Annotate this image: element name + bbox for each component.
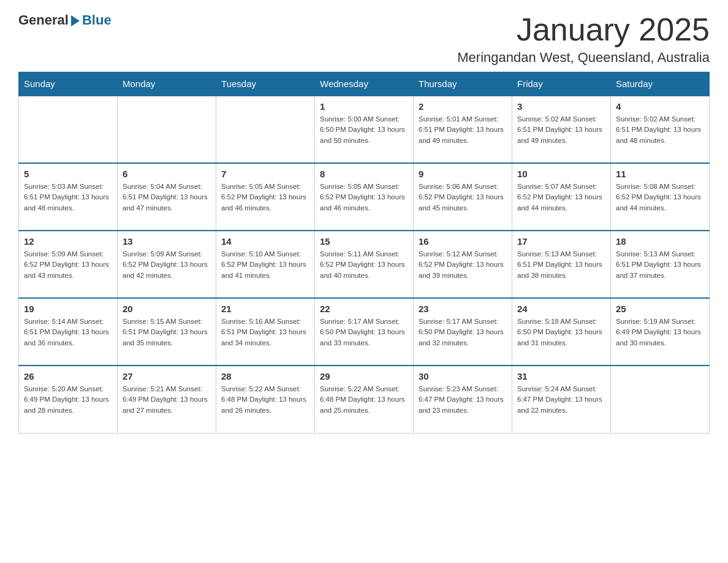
day-number: 4	[616, 101, 704, 112]
calendar-subtitle: Meringandan West, Queensland, Australia	[457, 50, 710, 66]
calendar-cell	[118, 96, 216, 163]
day-info: Sunrise: 5:00 AM Sunset: 6:50 PM Dayligh…	[320, 114, 408, 146]
calendar-cell: 29Sunrise: 5:22 AM Sunset: 6:48 PM Dayli…	[315, 366, 414, 433]
column-header-wednesday: Wednesday	[315, 72, 414, 96]
day-info: Sunrise: 5:19 AM Sunset: 6:49 PM Dayligh…	[616, 316, 704, 348]
day-info: Sunrise: 5:02 AM Sunset: 6:51 PM Dayligh…	[616, 114, 704, 146]
day-info: Sunrise: 5:13 AM Sunset: 6:51 PM Dayligh…	[517, 249, 605, 281]
day-number: 22	[320, 304, 408, 314]
calendar-cell: 23Sunrise: 5:17 AM Sunset: 6:50 PM Dayli…	[414, 298, 512, 366]
day-number: 3	[517, 101, 605, 112]
day-number: 23	[419, 304, 507, 314]
calendar-cell: 1Sunrise: 5:00 AM Sunset: 6:50 PM Daylig…	[315, 96, 414, 163]
day-info: Sunrise: 5:09 AM Sunset: 6:52 PM Dayligh…	[123, 249, 211, 281]
day-number: 1	[320, 101, 408, 112]
calendar-cell: 31Sunrise: 5:24 AM Sunset: 6:47 PM Dayli…	[512, 366, 611, 433]
day-number: 13	[123, 236, 211, 247]
day-info: Sunrise: 5:13 AM Sunset: 6:51 PM Dayligh…	[616, 249, 704, 281]
day-number: 7	[221, 169, 309, 179]
day-number: 24	[517, 304, 605, 314]
calendar-cell: 18Sunrise: 5:13 AM Sunset: 6:51 PM Dayli…	[611, 231, 710, 298]
week-row-2: 5Sunrise: 5:03 AM Sunset: 6:51 PM Daylig…	[19, 163, 710, 231]
day-number: 11	[616, 169, 704, 179]
day-number: 5	[24, 169, 112, 179]
calendar-cell: 2Sunrise: 5:01 AM Sunset: 6:51 PM Daylig…	[414, 96, 512, 163]
day-number: 30	[419, 371, 507, 381]
day-info: Sunrise: 5:01 AM Sunset: 6:51 PM Dayligh…	[419, 114, 507, 146]
header-row: SundayMondayTuesdayWednesdayThursdayFrid…	[19, 72, 710, 96]
day-number: 6	[123, 169, 211, 179]
calendar-cell: 20Sunrise: 5:15 AM Sunset: 6:51 PM Dayli…	[118, 298, 216, 366]
day-info: Sunrise: 5:22 AM Sunset: 6:48 PM Dayligh…	[221, 384, 309, 416]
day-number: 2	[419, 101, 507, 112]
column-header-saturday: Saturday	[611, 72, 710, 96]
column-header-monday: Monday	[118, 72, 216, 96]
calendar-cell: 22Sunrise: 5:17 AM Sunset: 6:50 PM Dayli…	[315, 298, 414, 366]
logo-general: General	[18, 12, 69, 28]
day-number: 18	[616, 236, 704, 247]
column-header-tuesday: Tuesday	[216, 72, 315, 96]
day-info: Sunrise: 5:02 AM Sunset: 6:51 PM Dayligh…	[517, 114, 605, 146]
week-row-1: 1Sunrise: 5:00 AM Sunset: 6:50 PM Daylig…	[19, 96, 710, 163]
day-number: 16	[419, 236, 507, 247]
day-number: 14	[221, 236, 309, 247]
title-block: January 2025 Meringandan West, Queenslan…	[457, 12, 710, 66]
calendar-cell: 30Sunrise: 5:23 AM Sunset: 6:47 PM Dayli…	[414, 366, 512, 433]
day-number: 25	[616, 304, 704, 314]
calendar-cell: 7Sunrise: 5:05 AM Sunset: 6:52 PM Daylig…	[216, 163, 315, 231]
day-number: 26	[24, 371, 112, 381]
day-info: Sunrise: 5:17 AM Sunset: 6:50 PM Dayligh…	[419, 316, 507, 348]
calendar-cell: 9Sunrise: 5:06 AM Sunset: 6:52 PM Daylig…	[414, 163, 512, 231]
calendar-cell: 27Sunrise: 5:21 AM Sunset: 6:49 PM Dayli…	[118, 366, 216, 433]
day-info: Sunrise: 5:11 AM Sunset: 6:52 PM Dayligh…	[320, 249, 408, 281]
day-info: Sunrise: 5:21 AM Sunset: 6:49 PM Dayligh…	[123, 384, 211, 416]
day-number: 21	[221, 304, 309, 314]
calendar-cell: 24Sunrise: 5:18 AM Sunset: 6:50 PM Dayli…	[512, 298, 611, 366]
day-info: Sunrise: 5:22 AM Sunset: 6:48 PM Dayligh…	[320, 384, 408, 416]
calendar-cell	[216, 96, 315, 163]
calendar-cell: 15Sunrise: 5:11 AM Sunset: 6:52 PM Dayli…	[315, 231, 414, 298]
column-header-thursday: Thursday	[414, 72, 512, 96]
calendar-cell: 19Sunrise: 5:14 AM Sunset: 6:51 PM Dayli…	[19, 298, 118, 366]
calendar-cell: 21Sunrise: 5:16 AM Sunset: 6:51 PM Dayli…	[216, 298, 315, 366]
calendar-cell: 3Sunrise: 5:02 AM Sunset: 6:51 PM Daylig…	[512, 96, 611, 163]
day-number: 29	[320, 371, 408, 381]
day-info: Sunrise: 5:03 AM Sunset: 6:51 PM Dayligh…	[24, 182, 112, 213]
calendar-cell: 12Sunrise: 5:09 AM Sunset: 6:52 PM Dayli…	[19, 231, 118, 298]
day-info: Sunrise: 5:24 AM Sunset: 6:47 PM Dayligh…	[517, 384, 605, 416]
day-number: 27	[123, 371, 211, 381]
calendar-title: January 2025	[457, 12, 710, 47]
day-number: 17	[517, 236, 605, 247]
day-info: Sunrise: 5:15 AM Sunset: 6:51 PM Dayligh…	[123, 316, 211, 348]
calendar-cell: 10Sunrise: 5:07 AM Sunset: 6:52 PM Dayli…	[512, 163, 611, 231]
day-info: Sunrise: 5:05 AM Sunset: 6:52 PM Dayligh…	[320, 182, 408, 213]
calendar-cell: 16Sunrise: 5:12 AM Sunset: 6:52 PM Dayli…	[414, 231, 512, 298]
calendar-cell: 25Sunrise: 5:19 AM Sunset: 6:49 PM Dayli…	[611, 298, 710, 366]
column-header-sunday: Sunday	[19, 72, 118, 96]
day-info: Sunrise: 5:16 AM Sunset: 6:51 PM Dayligh…	[221, 316, 309, 348]
day-number: 31	[517, 371, 605, 381]
day-info: Sunrise: 5:08 AM Sunset: 6:52 PM Dayligh…	[616, 182, 704, 213]
calendar-cell: 13Sunrise: 5:09 AM Sunset: 6:52 PM Dayli…	[118, 231, 216, 298]
day-number: 15	[320, 236, 408, 247]
day-info: Sunrise: 5:05 AM Sunset: 6:52 PM Dayligh…	[221, 182, 309, 213]
day-number: 12	[24, 236, 112, 247]
calendar-cell: 26Sunrise: 5:20 AM Sunset: 6:49 PM Dayli…	[19, 366, 118, 433]
week-row-3: 12Sunrise: 5:09 AM Sunset: 6:52 PM Dayli…	[19, 231, 710, 298]
calendar-cell: 28Sunrise: 5:22 AM Sunset: 6:48 PM Dayli…	[216, 366, 315, 433]
calendar-cell: 17Sunrise: 5:13 AM Sunset: 6:51 PM Dayli…	[512, 231, 611, 298]
calendar-cell	[19, 96, 118, 163]
day-number: 20	[123, 304, 211, 314]
logo-arrow-icon	[71, 15, 80, 26]
day-info: Sunrise: 5:09 AM Sunset: 6:52 PM Dayligh…	[24, 249, 112, 281]
day-info: Sunrise: 5:23 AM Sunset: 6:47 PM Dayligh…	[419, 384, 507, 416]
calendar-cell: 6Sunrise: 5:04 AM Sunset: 6:51 PM Daylig…	[118, 163, 216, 231]
calendar-cell: 11Sunrise: 5:08 AM Sunset: 6:52 PM Dayli…	[611, 163, 710, 231]
day-number: 19	[24, 304, 112, 314]
day-info: Sunrise: 5:06 AM Sunset: 6:52 PM Dayligh…	[419, 182, 507, 213]
day-info: Sunrise: 5:17 AM Sunset: 6:50 PM Dayligh…	[320, 316, 408, 348]
day-info: Sunrise: 5:20 AM Sunset: 6:49 PM Dayligh…	[24, 384, 112, 416]
day-number: 8	[320, 169, 408, 179]
day-info: Sunrise: 5:18 AM Sunset: 6:50 PM Dayligh…	[517, 316, 605, 348]
day-info: Sunrise: 5:07 AM Sunset: 6:52 PM Dayligh…	[517, 182, 605, 213]
